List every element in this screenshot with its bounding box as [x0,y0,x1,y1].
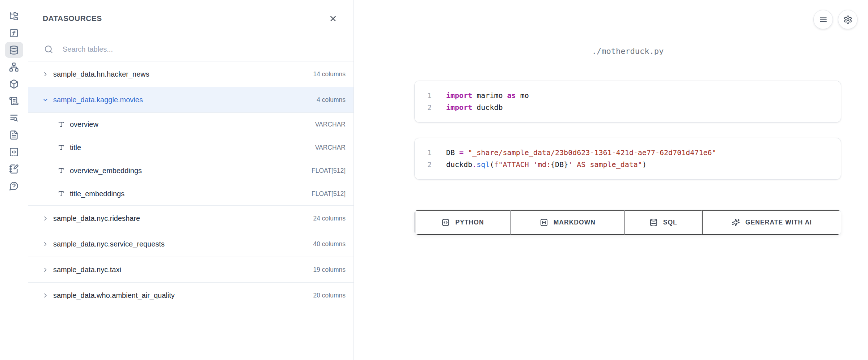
file-tree-icon [9,11,19,21]
code-line: 2import duckdb [415,102,841,113]
column-name: title [70,143,81,152]
type-icon [58,190,64,197]
notebook-main-area: ./motherduck.py 1import marimo as mo2imp… [354,0,868,360]
rail-item-dependency-graph[interactable] [5,59,23,75]
table-row[interactable]: sample_data.who.ambient_air_quality20 co… [28,283,353,308]
close-icon [329,14,338,23]
hamburger-menu-icon [819,15,828,24]
column-type: FLOAT[512] [312,190,346,198]
panel-title: DATASOURCES [43,14,102,23]
code-line: 1import marimo as mo [415,90,841,102]
table-row[interactable]: sample_data.kaggle.movies4 columns [28,87,353,113]
snippets-code-icon [9,147,19,157]
rail-item-list-search[interactable] [5,110,23,126]
code-content: import duckdb [438,102,841,113]
add-cell-button-label: MARKDOWN [554,219,596,226]
table-column-count: 19 columns [313,266,346,274]
type-icon [58,121,64,128]
table-name: sample_data.who.ambient_air_quality [53,291,175,300]
table-column-count: 20 columns [313,292,346,299]
type-icon [58,167,64,174]
add-cell-button-label: GENERATE WITH AI [745,219,812,226]
scroll-logs-icon [9,96,19,106]
rail-item-file-tree[interactable] [5,8,23,24]
add-cell-button-label: SQL [663,219,677,226]
add-cell-bar: PYTHONMARKDOWNSQLGENERATE WITH AI [414,210,841,235]
search-tables-row [28,37,353,61]
line-number: 1 [415,147,438,159]
search-icon [44,45,53,54]
list-search-icon [9,113,19,123]
rail-item-scroll-logs[interactable] [5,93,23,109]
code-content: DB = "_share/sample_data/23b0d623-1361-4… [438,147,841,159]
add-cell-button-python[interactable]: PYTHON [415,210,511,235]
dependency-graph-icon [9,62,19,72]
column-row[interactable]: overviewVARCHAR [28,113,353,136]
line-number: 1 [415,90,438,102]
code-content: import marimo as mo [438,90,841,102]
help-bubble-icon [9,181,19,191]
rail-item-package-box[interactable] [5,76,23,92]
add-cell-button-generate-with-ai[interactable]: GENERATE WITH AI [702,210,841,235]
column-name: overview [70,120,98,129]
chevron-right-icon [42,241,49,248]
activity-icon-rail [0,0,28,360]
rail-item-document[interactable] [5,127,23,143]
table-list: sample_data.hn.hacker_news14 columnssamp… [28,61,353,308]
cells-container: 1import marimo as mo2import duckdb1DB = … [414,81,841,180]
code-content: duckdb.sql(f"ATTACH 'md:{DB}' AS sample_… [438,159,841,171]
settings-button[interactable] [838,10,858,29]
document-icon [9,130,19,140]
add-cell-button-sql[interactable]: SQL [624,210,702,235]
column-row[interactable]: titleVARCHAR [28,136,353,159]
notebook-menu-button[interactable] [813,10,833,29]
table-name: sample_data.hn.hacker_news [53,70,149,78]
chevron-right-icon [42,215,49,222]
code-cell[interactable]: 1import marimo as mo2import duckdb [414,81,841,123]
gear-icon [843,15,852,24]
column-type: VARCHAR [315,121,346,128]
column-type: VARCHAR [315,144,346,151]
table-column-count: 14 columns [313,70,346,78]
table-row[interactable]: sample_data.nyc.service_requests40 colum… [28,231,353,257]
column-name: overview_embeddings [70,167,142,175]
table-column-count: 24 columns [313,215,346,222]
close-panel-button[interactable] [327,12,339,25]
notebook-filename: ./motherduck.py [414,47,841,56]
code-cell[interactable]: 1DB = "_share/sample_data/23b0d623-1361-… [414,138,841,180]
add-cell-button-markdown[interactable]: MARKDOWN [511,210,624,235]
function-square-icon [9,28,19,38]
column-row[interactable]: overview_embeddingsFLOAT[512] [28,159,353,182]
chevron-right-icon [42,266,49,273]
column-name: title_embeddings [70,190,124,198]
package-box-icon [9,79,19,89]
table-name: sample_data.nyc.service_requests [53,240,165,248]
notebook-column: ./motherduck.py 1import marimo as mo2imp… [414,47,841,235]
rail-item-function-square[interactable] [5,25,23,41]
datasources-header: DATASOURCES [28,0,353,37]
table-row[interactable]: sample_data.nyc.taxi19 columns [28,257,353,283]
rail-item-snippets-code[interactable] [5,144,23,160]
table-column-count: 4 columns [317,96,346,104]
rail-item-help-bubble[interactable] [5,178,23,194]
search-tables-input[interactable] [63,45,345,53]
database-icon [9,45,19,55]
datasources-panel: DATASOURCES sample_data.hn.hacker_news14… [28,0,354,360]
markdown-icon [540,218,548,227]
table-name: sample_data.nyc.rideshare [53,214,140,223]
table-row[interactable]: sample_data.hn.hacker_news14 columns [28,61,353,87]
chevron-right-icon [42,292,49,299]
top-actions [813,10,858,29]
table-name: sample_data.kaggle.movies [53,96,143,104]
table-name: sample_data.nyc.taxi [53,266,121,274]
add-cell-button-label: PYTHON [455,219,484,226]
table-row[interactable]: sample_data.nyc.rideshare24 columns [28,206,353,231]
rail-item-database[interactable] [5,42,23,58]
columns-block: overviewVARCHARtitleVARCHARoverview_embe… [28,113,353,206]
rail-item-scratchpad[interactable] [5,161,23,177]
code-line: 2duckdb.sql(f"ATTACH 'md:{DB}' AS sample… [415,159,841,171]
column-row[interactable]: title_embeddingsFLOAT[512] [28,182,353,205]
scratchpad-icon [9,164,19,174]
type-icon [58,144,64,151]
chevron-down-icon [42,97,49,103]
